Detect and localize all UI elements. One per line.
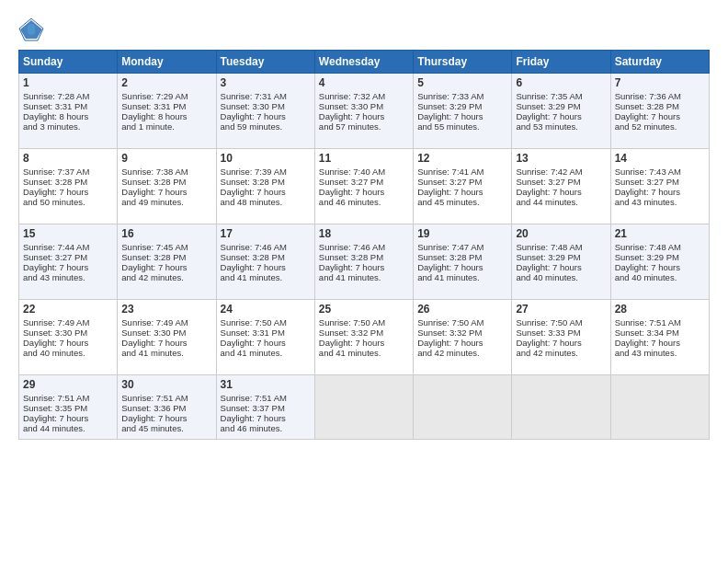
day-info-line: Daylight: 7 hours <box>319 262 409 272</box>
day-number: 4 <box>319 76 409 89</box>
day-info-line: Sunrise: 7:43 AM <box>615 167 705 177</box>
day-info-line: Sunset: 3:28 PM <box>221 177 311 187</box>
calendar-cell: 7Sunrise: 7:36 AMSunset: 3:28 PMDaylight… <box>610 74 709 149</box>
day-number: 18 <box>319 227 409 240</box>
weekday-header-saturday: Saturday <box>610 51 709 74</box>
calendar-cell: 21Sunrise: 7:48 AMSunset: 3:29 PMDayligh… <box>610 224 709 300</box>
day-number: 25 <box>319 303 409 316</box>
day-info-line: Sunrise: 7:46 AM <box>221 242 311 252</box>
day-info-line: Daylight: 7 hours <box>221 111 311 121</box>
day-info-line: Daylight: 8 hours <box>121 111 211 121</box>
calendar-cell: 19Sunrise: 7:47 AMSunset: 3:28 PMDayligh… <box>414 224 512 300</box>
day-info-line: Sunset: 3:28 PM <box>615 101 705 111</box>
day-info-line: Daylight: 7 hours <box>516 338 606 348</box>
calendar-table: SundayMondayTuesdayWednesdayThursdayFrid… <box>18 50 710 440</box>
calendar-cell: 13Sunrise: 7:42 AMSunset: 3:27 PMDayligh… <box>512 149 610 224</box>
day-info-line: Sunset: 3:28 PM <box>417 252 507 262</box>
day-info-line: Daylight: 7 hours <box>221 338 311 348</box>
day-number: 13 <box>516 152 606 165</box>
calendar-week-row: 1Sunrise: 7:28 AMSunset: 3:31 PMDaylight… <box>19 74 710 149</box>
day-number: 21 <box>615 227 705 240</box>
day-info-line: Sunset: 3:27 PM <box>615 177 705 187</box>
day-info-line: Daylight: 7 hours <box>516 187 606 197</box>
calendar-cell: 11Sunrise: 7:40 AMSunset: 3:27 PMDayligh… <box>314 149 413 224</box>
day-info-line: and 43 minutes. <box>615 348 705 358</box>
calendar-cell: 26Sunrise: 7:50 AMSunset: 3:32 PMDayligh… <box>414 300 512 375</box>
day-info-line: Daylight: 7 hours <box>121 413 211 423</box>
day-info-line: and 40 minutes. <box>615 272 705 282</box>
day-info-line: Sunset: 3:27 PM <box>417 177 507 187</box>
day-number: 3 <box>221 76 311 89</box>
day-info-line: Sunrise: 7:39 AM <box>221 167 311 177</box>
calendar-cell: 3Sunrise: 7:31 AMSunset: 3:30 PMDaylight… <box>216 74 314 149</box>
calendar-cell <box>512 375 610 440</box>
day-number: 1 <box>23 76 113 89</box>
day-info-line: Daylight: 7 hours <box>121 338 211 348</box>
day-info-line: and 42 minutes. <box>516 348 606 358</box>
day-info-line: Sunset: 3:31 PM <box>121 101 211 111</box>
calendar-cell: 5Sunrise: 7:33 AMSunset: 3:29 PMDaylight… <box>414 74 512 149</box>
day-info-line: Sunrise: 7:51 AM <box>23 393 113 403</box>
day-info-line: Sunrise: 7:36 AM <box>615 91 705 101</box>
day-info-line: Sunrise: 7:46 AM <box>319 242 409 252</box>
logo-icon <box>18 17 44 42</box>
day-info-line: Daylight: 7 hours <box>319 187 409 197</box>
day-info-line: and 42 minutes. <box>417 348 507 358</box>
calendar-cell: 2Sunrise: 7:29 AMSunset: 3:31 PMDaylight… <box>118 74 216 149</box>
calendar-week-row: 29Sunrise: 7:51 AMSunset: 3:35 PMDayligh… <box>19 375 710 440</box>
day-info-line: Daylight: 7 hours <box>221 262 311 272</box>
day-info-line: and 43 minutes. <box>23 272 113 282</box>
day-info-line: Daylight: 7 hours <box>221 413 311 423</box>
day-info-line: Sunset: 3:29 PM <box>417 101 507 111</box>
day-number: 16 <box>121 227 211 240</box>
day-info-line: Sunrise: 7:49 AM <box>23 317 113 327</box>
calendar-cell: 29Sunrise: 7:51 AMSunset: 3:35 PMDayligh… <box>19 375 118 440</box>
day-info-line: and 45 minutes. <box>417 197 507 207</box>
day-info-line: Daylight: 7 hours <box>319 111 409 121</box>
day-info-line: Sunset: 3:27 PM <box>23 252 113 262</box>
day-number: 2 <box>121 76 211 89</box>
day-number: 10 <box>221 152 311 165</box>
day-info-line: Sunrise: 7:51 AM <box>221 393 311 403</box>
day-info-line: Sunrise: 7:50 AM <box>417 317 507 327</box>
day-number: 8 <box>23 152 113 165</box>
day-info-line: Sunset: 3:34 PM <box>615 327 705 338</box>
day-info-line: Daylight: 7 hours <box>417 262 507 272</box>
day-info-line: and 48 minutes. <box>221 197 311 207</box>
calendar-cell: 8Sunrise: 7:37 AMSunset: 3:28 PMDaylight… <box>19 149 118 224</box>
day-info-line: Sunrise: 7:48 AM <box>615 242 705 252</box>
calendar-cell: 10Sunrise: 7:39 AMSunset: 3:28 PMDayligh… <box>216 149 314 224</box>
day-info-line: and 44 minutes. <box>23 423 113 433</box>
weekday-header-wednesday: Wednesday <box>314 51 413 74</box>
day-info-line: Sunrise: 7:37 AM <box>23 167 113 177</box>
day-number: 30 <box>121 378 211 391</box>
day-info-line: Sunrise: 7:51 AM <box>615 317 705 327</box>
day-info-line: and 52 minutes. <box>615 121 705 132</box>
day-number: 29 <box>23 378 113 391</box>
header <box>18 17 710 42</box>
day-info-line: Sunset: 3:30 PM <box>221 101 311 111</box>
day-info-line: Daylight: 7 hours <box>615 338 705 348</box>
calendar-cell: 17Sunrise: 7:46 AMSunset: 3:28 PMDayligh… <box>216 224 314 300</box>
calendar-cell: 12Sunrise: 7:41 AMSunset: 3:27 PMDayligh… <box>414 149 512 224</box>
day-info-line: and 46 minutes. <box>221 423 311 433</box>
day-info-line: Sunset: 3:37 PM <box>221 403 311 413</box>
day-info-line: Daylight: 7 hours <box>417 111 507 121</box>
day-info-line: Sunset: 3:35 PM <box>23 403 113 413</box>
day-info-line: and 41 minutes. <box>319 348 409 358</box>
calendar-cell: 1Sunrise: 7:28 AMSunset: 3:31 PMDaylight… <box>19 74 118 149</box>
day-number: 23 <box>121 303 211 316</box>
day-info-line: Sunset: 3:30 PM <box>319 101 409 111</box>
day-info-line: Sunset: 3:31 PM <box>23 101 113 111</box>
day-info-line: Sunset: 3:28 PM <box>221 252 311 262</box>
day-info-line: Sunset: 3:27 PM <box>319 177 409 187</box>
calendar-cell: 23Sunrise: 7:49 AMSunset: 3:30 PMDayligh… <box>118 300 216 375</box>
day-info-line: Sunset: 3:33 PM <box>516 327 606 338</box>
day-number: 24 <box>221 303 311 316</box>
day-number: 7 <box>615 76 705 89</box>
calendar-cell: 25Sunrise: 7:50 AMSunset: 3:32 PMDayligh… <box>314 300 413 375</box>
calendar-cell <box>314 375 413 440</box>
day-number: 15 <box>23 227 113 240</box>
calendar-cell <box>610 375 709 440</box>
weekday-header-monday: Monday <box>118 51 216 74</box>
